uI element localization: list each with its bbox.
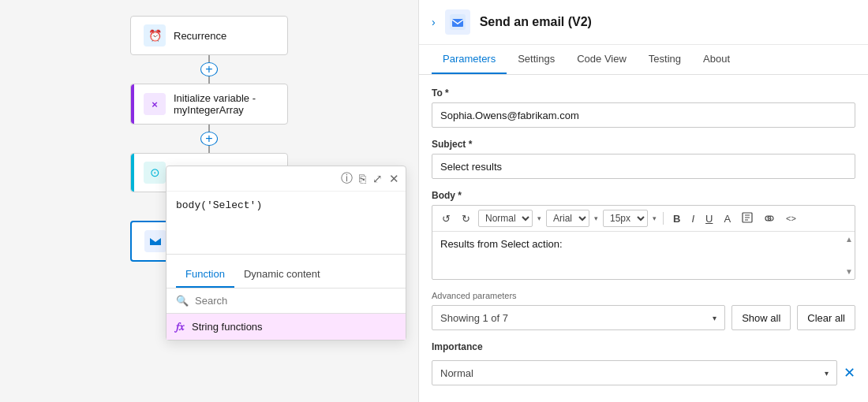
subject-input[interactable]: [432, 154, 855, 179]
tab-settings[interactable]: Settings: [507, 45, 566, 74]
highlight-button[interactable]: [739, 210, 756, 227]
importance-dropdown[interactable]: Normal ▾: [432, 360, 837, 385]
style-select[interactable]: Normal: [478, 210, 533, 227]
expression-textarea[interactable]: body('Select'): [166, 192, 406, 255]
underline-button[interactable]: U: [702, 211, 716, 226]
chevron-importance-icon: ▾: [825, 369, 829, 378]
advanced-params-row: Showing 1 of 7 ▾ Show all Clear all: [432, 305, 855, 330]
send-email-icon: [144, 230, 166, 252]
tab-dynamic-content[interactable]: Dynamic content: [234, 263, 330, 288]
init-variable-accent: [131, 84, 134, 124]
close-icon[interactable]: ✕: [389, 172, 399, 186]
subject-label: Subject *: [432, 139, 855, 150]
importance-clear-button[interactable]: ✕: [844, 364, 855, 382]
tab-about[interactable]: About: [692, 45, 741, 74]
expand-icon[interactable]: ⤢: [372, 172, 383, 186]
importance-label: Importance: [432, 341, 855, 352]
connector-2: +: [200, 125, 218, 153]
importance-group: Importance Normal ▾ ✕: [432, 341, 855, 385]
body-text: Results from Select action:: [440, 238, 563, 250]
connector-line-2: [208, 125, 210, 132]
connector-1: +: [200, 55, 218, 84]
tab-testing[interactable]: Testing: [638, 45, 692, 74]
expr-search-row: 🔍: [166, 288, 406, 314]
advanced-params-group: Advanced parameters Showing 1 of 7 ▾ Sho…: [432, 291, 855, 330]
right-nav: Parameters Settings Code View Testing Ab…: [419, 45, 868, 75]
scroll-down[interactable]: ▼: [845, 267, 851, 276]
expr-popup-header: ⓘ ⎘ ⤢ ✕: [166, 166, 406, 192]
right-panel: › Send an email (V2) Parameters Settings…: [418, 0, 868, 402]
chevron-font-icon: ▾: [594, 214, 598, 222]
string-functions-item[interactable]: 𝑓𝑥 String functions: [166, 314, 406, 340]
subject-field-group: Subject *: [432, 139, 855, 179]
svg-rect-2: [452, 19, 463, 27]
chevron-dropdown-icon: ▾: [713, 314, 716, 322]
add-step-1[interactable]: +: [200, 62, 218, 76]
code-button[interactable]: <>: [783, 212, 799, 225]
search-input[interactable]: [195, 295, 396, 307]
recurrence-label: Recurrence: [174, 30, 226, 42]
redo-button[interactable]: ↻: [458, 211, 473, 226]
string-functions-label: String functions: [192, 321, 263, 333]
flow-panel: ⏰ Recurrence + × Initialize variable - m…: [0, 0, 418, 402]
tab-code-view[interactable]: Code View: [566, 45, 638, 74]
add-step-2[interactable]: +: [200, 132, 218, 146]
right-panel-title: Send an email (V2): [480, 15, 592, 29]
to-input[interactable]: [432, 102, 855, 128]
show-all-button[interactable]: Show all: [731, 305, 791, 330]
bold-button[interactable]: B: [670, 211, 683, 226]
to-label: To *: [432, 87, 855, 99]
select-accent: [131, 154, 134, 192]
size-select[interactable]: 15px: [603, 210, 648, 227]
right-body: To * Subject * Body * ↺ ↻ Normal ▾ Aria: [419, 75, 868, 402]
init-variable-icon: ×: [144, 93, 166, 115]
select-icon: ⊙: [144, 162, 166, 184]
connector-line-2b: [208, 146, 210, 153]
expand-icon[interactable]: ›: [432, 16, 436, 28]
font-select[interactable]: Arial: [546, 210, 589, 227]
undo-button[interactable]: ↺: [439, 211, 454, 226]
link-button[interactable]: [761, 211, 778, 226]
connector-line-1: [208, 55, 210, 62]
expression-popup: ⓘ ⎘ ⤢ ✕ body('Select') Function Dynamic …: [166, 166, 406, 341]
body-editor: ↺ ↻ Normal ▾ Arial ▾ 15px ▾ B: [432, 205, 855, 280]
init-variable-label: Initialize variable - myIntegerArray: [174, 92, 275, 116]
right-header: › Send an email (V2): [419, 0, 868, 45]
toolbar-divider-1: [663, 212, 664, 225]
body-label: Body *: [432, 190, 855, 201]
init-variable-node[interactable]: × Initialize variable - myIntegerArray: [130, 84, 288, 125]
connector-line-1b: [208, 76, 210, 84]
showing-text: Showing 1 of 7: [440, 312, 508, 324]
font-color-button[interactable]: A: [720, 211, 734, 226]
right-header-icon: [445, 9, 470, 35]
body-field-group: Body * ↺ ↻ Normal ▾ Arial ▾ 15px: [432, 190, 855, 280]
body-content-area[interactable]: Results from Select action: ▲ ▼: [432, 232, 855, 279]
scroll-up[interactable]: ▲: [845, 235, 851, 244]
clear-button[interactable]: Clear all: [797, 305, 855, 330]
search-icon: 🔍: [176, 295, 189, 307]
tab-function[interactable]: Function: [176, 263, 234, 288]
info-icon[interactable]: ⓘ: [341, 171, 353, 186]
tab-parameters[interactable]: Parameters: [432, 45, 507, 74]
chevron-style-icon: ▾: [537, 214, 541, 222]
recurrence-icon: ⏰: [144, 24, 166, 47]
chevron-size-icon: ▾: [653, 214, 657, 222]
body-scroll: ▲ ▼: [845, 235, 851, 276]
importance-row: Normal ▾ ✕: [432, 360, 855, 385]
recurrence-node[interactable]: ⏰ Recurrence: [130, 16, 288, 55]
expr-tabs: Function Dynamic content: [166, 257, 406, 288]
advanced-params-label: Advanced parameters: [432, 291, 855, 300]
body-toolbar: ↺ ↻ Normal ▾ Arial ▾ 15px ▾ B: [432, 206, 855, 232]
params-dropdown[interactable]: Showing 1 of 7 ▾: [432, 305, 725, 330]
copy-icon[interactable]: ⎘: [359, 172, 366, 185]
italic-button[interactable]: I: [688, 211, 698, 226]
importance-value: Normal: [440, 367, 473, 379]
fx-icon: 𝑓𝑥: [176, 320, 184, 333]
to-field-group: To *: [432, 87, 855, 128]
